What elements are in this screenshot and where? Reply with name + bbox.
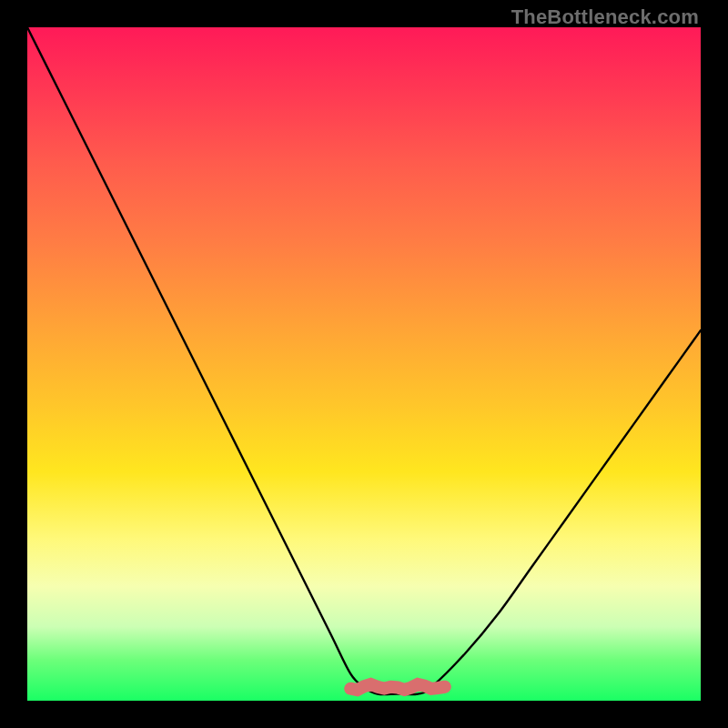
bottleneck-curve-line (27, 27, 701, 694)
optimal-range-highlight (350, 684, 445, 690)
chart-frame: TheBottleneck.com (0, 0, 728, 728)
watermark-text: TheBottleneck.com (511, 5, 699, 29)
chart-overlay (27, 27, 701, 701)
